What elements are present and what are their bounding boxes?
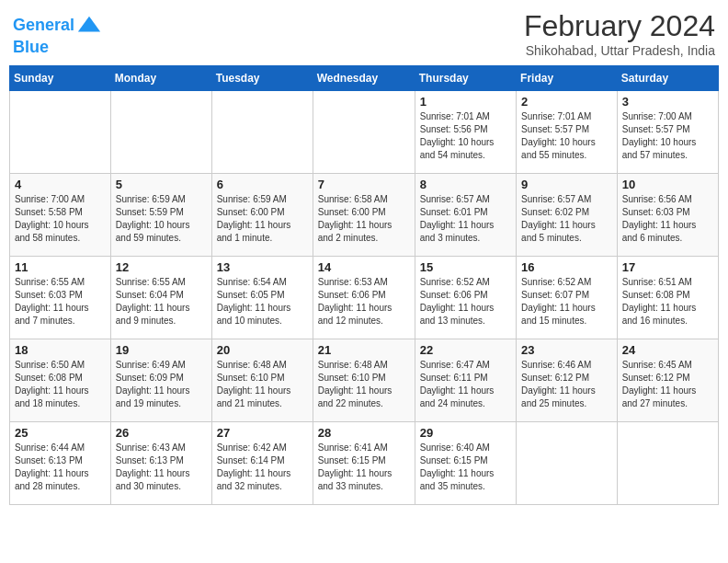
day-info: Sunrise: 6:43 AMSunset: 6:13 PMDaylight:…: [116, 442, 207, 493]
day-number: 25: [15, 426, 106, 440]
day-info: Sunrise: 6:41 AMSunset: 6:15 PMDaylight:…: [318, 442, 410, 493]
day-info: Sunrise: 6:55 AMSunset: 6:03 PMDaylight:…: [15, 276, 106, 327]
column-header-saturday: Saturday: [617, 66, 718, 91]
day-number: 16: [521, 260, 612, 274]
week-row-4: 18Sunrise: 6:50 AMSunset: 6:08 PMDayligh…: [10, 339, 719, 422]
calendar-cell: 7Sunrise: 6:58 AMSunset: 6:00 PMDaylight…: [313, 174, 415, 257]
logo-icon: [76, 13, 102, 39]
calendar-cell: 4Sunrise: 7:00 AMSunset: 5:58 PMDaylight…: [10, 174, 111, 257]
calendar-cell: 24Sunrise: 6:45 AMSunset: 6:12 PMDayligh…: [617, 339, 718, 422]
day-number: 9: [521, 178, 612, 191]
day-number: 20: [217, 343, 308, 357]
calendar-cell: [110, 91, 211, 174]
calendar-cell: [211, 91, 313, 174]
day-info: Sunrise: 7:00 AMSunset: 5:57 PMDaylight:…: [622, 110, 713, 162]
day-number: 15: [420, 260, 511, 274]
week-row-1: 1Sunrise: 7:01 AMSunset: 5:56 PMDaylight…: [10, 91, 719, 174]
calendar-cell: 29Sunrise: 6:40 AMSunset: 6:15 PMDayligh…: [415, 422, 516, 505]
day-info: Sunrise: 6:44 AMSunset: 6:13 PMDaylight:…: [15, 442, 106, 493]
day-number: 8: [420, 178, 511, 191]
day-info: Sunrise: 7:01 AMSunset: 5:57 PMDaylight:…: [521, 110, 612, 162]
calendar-cell: 28Sunrise: 6:41 AMSunset: 6:15 PMDayligh…: [313, 422, 415, 505]
calendar-cell: 2Sunrise: 7:01 AMSunset: 5:57 PMDaylight…: [517, 91, 618, 174]
day-number: 26: [116, 426, 207, 440]
calendar-cell: 15Sunrise: 6:52 AMSunset: 6:06 PMDayligh…: [415, 257, 516, 339]
calendar-cell: [10, 91, 111, 174]
day-info: Sunrise: 6:52 AMSunset: 6:06 PMDaylight:…: [420, 276, 511, 327]
calendar-cell: 12Sunrise: 6:55 AMSunset: 6:04 PMDayligh…: [110, 257, 211, 339]
day-info: Sunrise: 6:46 AMSunset: 6:12 PMDaylight:…: [521, 359, 612, 410]
day-number: 6: [217, 178, 308, 191]
logo-text-blue: Blue: [13, 39, 102, 57]
logo: General Blue: [13, 13, 102, 57]
day-number: 19: [116, 343, 207, 357]
day-info: Sunrise: 6:59 AMSunset: 6:00 PMDaylight:…: [217, 193, 308, 245]
day-info: Sunrise: 6:52 AMSunset: 6:07 PMDaylight:…: [521, 276, 612, 327]
calendar-cell: 8Sunrise: 6:57 AMSunset: 6:01 PMDaylight…: [415, 174, 516, 257]
calendar-cell: 17Sunrise: 6:51 AMSunset: 6:08 PMDayligh…: [617, 257, 718, 339]
day-number: 28: [318, 426, 410, 440]
day-number: 7: [318, 178, 410, 191]
calendar-cell: 10Sunrise: 6:56 AMSunset: 6:03 PMDayligh…: [617, 174, 718, 257]
calendar-cell: [617, 422, 718, 505]
calendar-cell: 13Sunrise: 6:54 AMSunset: 6:05 PMDayligh…: [211, 257, 313, 339]
column-header-friday: Friday: [517, 66, 618, 91]
day-info: Sunrise: 6:48 AMSunset: 6:10 PMDaylight:…: [217, 359, 308, 410]
calendar-cell: 1Sunrise: 7:01 AMSunset: 5:56 PMDaylight…: [415, 91, 516, 174]
column-header-wednesday: Wednesday: [313, 66, 415, 91]
calendar-subtitle: Shikohabad, Uttar Pradesh, India: [524, 43, 715, 58]
day-number: 10: [622, 178, 713, 191]
day-number: 5: [116, 178, 207, 191]
day-number: 22: [420, 343, 511, 357]
week-row-3: 11Sunrise: 6:55 AMSunset: 6:03 PMDayligh…: [10, 257, 719, 339]
calendar-cell: 9Sunrise: 6:57 AMSunset: 6:02 PMDaylight…: [517, 174, 618, 257]
day-info: Sunrise: 6:56 AMSunset: 6:03 PMDaylight:…: [622, 193, 713, 245]
day-number: 1: [420, 95, 511, 109]
day-info: Sunrise: 6:42 AMSunset: 6:14 PMDaylight:…: [217, 442, 308, 493]
calendar-cell: 18Sunrise: 6:50 AMSunset: 6:08 PMDayligh…: [10, 339, 111, 422]
header-row: SundayMondayTuesdayWednesdayThursdayFrid…: [10, 66, 719, 91]
day-info: Sunrise: 6:57 AMSunset: 6:01 PMDaylight:…: [420, 193, 511, 245]
calendar-cell: 6Sunrise: 6:59 AMSunset: 6:00 PMDaylight…: [211, 174, 313, 257]
day-number: 29: [420, 426, 511, 440]
day-info: Sunrise: 6:55 AMSunset: 6:04 PMDaylight:…: [116, 276, 207, 327]
day-number: 4: [15, 178, 106, 191]
day-info: Sunrise: 6:47 AMSunset: 6:11 PMDaylight:…: [420, 359, 511, 410]
calendar-cell: 11Sunrise: 6:55 AMSunset: 6:03 PMDayligh…: [10, 257, 111, 339]
day-info: Sunrise: 6:57 AMSunset: 6:02 PMDaylight:…: [521, 193, 612, 245]
day-info: Sunrise: 6:54 AMSunset: 6:05 PMDaylight:…: [217, 276, 308, 327]
day-info: Sunrise: 6:53 AMSunset: 6:06 PMDaylight:…: [318, 276, 410, 327]
day-info: Sunrise: 6:40 AMSunset: 6:15 PMDaylight:…: [420, 442, 511, 493]
day-info: Sunrise: 6:49 AMSunset: 6:09 PMDaylight:…: [116, 359, 207, 410]
day-number: 24: [622, 343, 713, 357]
day-info: Sunrise: 6:45 AMSunset: 6:12 PMDaylight:…: [622, 359, 713, 410]
header: General Blue February 2024 Shikohabad, U…: [9, 9, 719, 58]
calendar-cell: 3Sunrise: 7:00 AMSunset: 5:57 PMDaylight…: [617, 91, 718, 174]
day-number: 27: [217, 426, 308, 440]
day-info: Sunrise: 6:50 AMSunset: 6:08 PMDaylight:…: [15, 359, 106, 410]
day-info: Sunrise: 6:59 AMSunset: 5:59 PMDaylight:…: [116, 193, 207, 245]
calendar-cell: 14Sunrise: 6:53 AMSunset: 6:06 PMDayligh…: [313, 257, 415, 339]
calendar-cell: 16Sunrise: 6:52 AMSunset: 6:07 PMDayligh…: [517, 257, 618, 339]
svg-marker-0: [78, 17, 100, 32]
calendar-cell: 22Sunrise: 6:47 AMSunset: 6:11 PMDayligh…: [415, 339, 516, 422]
calendar-title: February 2024: [524, 9, 715, 43]
day-number: 23: [521, 343, 612, 357]
calendar-cell: [313, 91, 415, 174]
day-number: 3: [622, 95, 713, 109]
title-area: February 2024 Shikohabad, Uttar Pradesh,…: [524, 9, 715, 58]
day-info: Sunrise: 6:51 AMSunset: 6:08 PMDaylight:…: [622, 276, 713, 327]
day-number: 13: [217, 260, 308, 274]
calendar-cell: [517, 422, 618, 505]
day-info: Sunrise: 6:48 AMSunset: 6:10 PMDaylight:…: [318, 359, 410, 410]
day-number: 21: [318, 343, 410, 357]
column-header-monday: Monday: [110, 66, 211, 91]
week-row-2: 4Sunrise: 7:00 AMSunset: 5:58 PMDaylight…: [10, 174, 719, 257]
day-info: Sunrise: 7:00 AMSunset: 5:58 PMDaylight:…: [15, 193, 106, 245]
calendar-cell: 23Sunrise: 6:46 AMSunset: 6:12 PMDayligh…: [517, 339, 618, 422]
calendar-cell: 21Sunrise: 6:48 AMSunset: 6:10 PMDayligh…: [313, 339, 415, 422]
day-info: Sunrise: 6:58 AMSunset: 6:00 PMDaylight:…: [318, 193, 410, 245]
day-number: 12: [116, 260, 207, 274]
day-number: 17: [622, 260, 713, 274]
calendar-cell: 27Sunrise: 6:42 AMSunset: 6:14 PMDayligh…: [211, 422, 313, 505]
